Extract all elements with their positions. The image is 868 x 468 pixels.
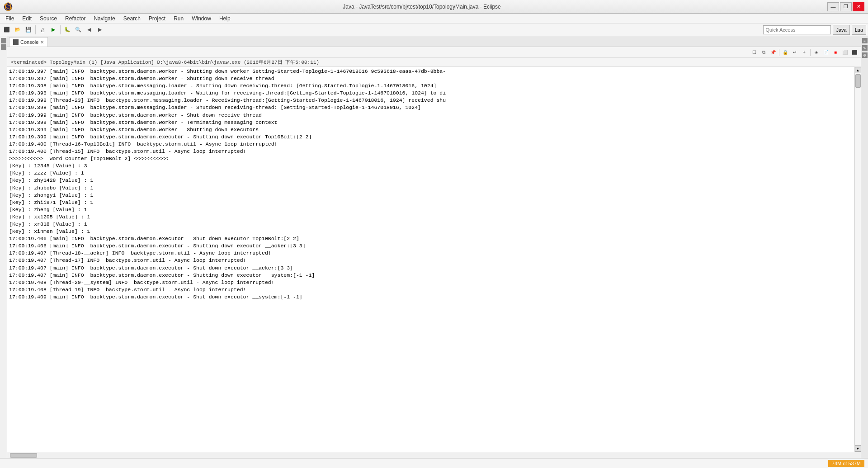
log-line: 17:00:19.407 [main] INFO backtype.storm.… <box>9 265 853 272</box>
console-minimize-btn[interactable]: ⬛ <box>850 48 859 57</box>
menu-search[interactable]: Search <box>120 14 144 23</box>
log-line: 17:00:19.406 [main] INFO backtype.storm.… <box>9 235 853 242</box>
console-status-text: <terminated> TopologyMain (1) [Java Appl… <box>11 59 319 66</box>
toolbar-save-btn[interactable]: 💾 <box>24 25 33 35</box>
console-area: Console ✕ ☐ ⧉ 📌 🔒 ↵ + ◈ 📄 ■ ⬜ ⬛ <termina… <box>7 36 861 458</box>
horizontal-scrollbar[interactable] <box>7 452 861 458</box>
minimize-button[interactable]: — <box>827 2 839 11</box>
right-sidebar: ≡ ✎ ⚙ <box>861 36 868 458</box>
console-terminate-btn[interactable]: ■ <box>831 48 840 57</box>
scroll-thumb[interactable] <box>855 74 861 88</box>
quick-access-input[interactable] <box>763 25 831 34</box>
log-line: 17:00:19.398 [main] INFO backtype.storm.… <box>9 104 853 111</box>
menu-run[interactable]: Run <box>170 14 187 23</box>
menu-refactor[interactable]: Refactor <box>61 14 89 23</box>
log-line: [Key] : zheng [Value] : 1 <box>9 206 853 213</box>
toolbar-history-btn[interactable]: ◀ <box>84 25 94 35</box>
title-bar: Java - JavaTest/src/com/bj/test/top10/To… <box>0 0 868 14</box>
log-line: [Key] : zhongyi [Value] : 1 <box>9 192 853 199</box>
menu-source[interactable]: Source <box>36 14 61 23</box>
log-line: [Key] : xinmen [Value] : 1 <box>9 228 853 235</box>
log-line: 17:00:19.400 [Thread-16-Top10Bolt] INFO … <box>9 141 853 148</box>
log-line: 17:00:19.399 [main] INFO backtype.storm.… <box>9 119 853 126</box>
console-tab-bar: Console ✕ <box>7 36 861 47</box>
quick-access-container: Java Lua <box>763 25 866 35</box>
restore-button[interactable]: ❐ <box>840 2 852 11</box>
menu-window[interactable]: Window <box>188 14 215 23</box>
close-button[interactable]: ✕ <box>853 2 864 11</box>
right-sb-icon-3[interactable]: ⚙ <box>862 52 868 58</box>
toolbar-run-btn[interactable]: ▶ <box>48 25 58 35</box>
toolbar-forward-btn[interactable]: ▶ <box>95 25 105 35</box>
log-line: 17:00:19.409 [main] INFO backtype.storm.… <box>9 293 853 301</box>
menu-help[interactable]: Help <box>216 14 234 23</box>
menu-navigate[interactable]: Navigate <box>90 14 118 23</box>
log-line: [Key] : zhubobo [Value] : 1 <box>9 184 853 192</box>
log-line: [Key] : xr818 [Value] : 1 <box>9 221 853 228</box>
scroll-up-arrow[interactable]: ▲ <box>855 67 861 73</box>
log-line: [Key] : zhy1428 [Value] : 1 <box>9 177 853 184</box>
console-toolbar: ☐ ⧉ 📌 🔒 ↵ + ◈ 📄 ■ ⬜ ⬛ <box>7 47 861 58</box>
toolbar-search-btn[interactable]: 🔍 <box>73 25 83 35</box>
log-line: 17:00:19.406 [main] INFO backtype.storm.… <box>9 242 853 250</box>
console-output[interactable]: 17:00:19.397 [main] INFO backtype.storm.… <box>7 67 854 452</box>
console-open-file-btn[interactable]: 📄 <box>821 48 830 57</box>
console-word-wrap-btn[interactable]: ↵ <box>790 48 799 57</box>
console-tab-close[interactable]: ✕ <box>40 40 44 45</box>
java-perspective-btn[interactable]: Java <box>833 25 849 35</box>
vertical-scrollbar[interactable]: ▲ ▼ <box>854 67 861 452</box>
lua-perspective-btn[interactable]: Lua <box>852 25 866 35</box>
h-scroll-thumb[interactable] <box>10 453 37 458</box>
console-clear-btn[interactable]: ☐ <box>750 48 759 57</box>
log-line: 17:00:19.398 [main] INFO backtype.storm.… <box>9 90 853 97</box>
console-maximize-btn[interactable]: ⬜ <box>840 48 849 57</box>
menu-edit[interactable]: Edit <box>19 14 35 23</box>
main-area: Console ✕ ☐ ⧉ 📌 🔒 ↵ + ◈ 📄 ■ ⬜ ⬛ <termina… <box>0 36 868 458</box>
status-bar: 74M of 537M <box>0 458 868 468</box>
menu-project[interactable]: Project <box>145 14 169 23</box>
eclipse-logo-icon <box>4 2 13 11</box>
log-line: 17:00:19.407 [Thread-17] INFO backtype.s… <box>9 257 853 264</box>
log-line: 17:00:19.408 [Thread-19] INFO backtype.s… <box>9 286 853 293</box>
toolbar-print-btn[interactable]: 🖨 <box>38 25 47 35</box>
window-controls: — ❐ ✕ <box>827 2 864 11</box>
log-line: [Key] : xx1205 [Value] : 1 <box>9 213 853 221</box>
left-gutter <box>0 36 7 458</box>
menu-bar: File Edit Source Refactor Navigate Searc… <box>0 14 868 24</box>
gutter-icon-2 <box>1 44 6 50</box>
right-sb-icon-2[interactable]: ✎ <box>862 45 868 51</box>
console-pin-btn[interactable]: 📌 <box>769 48 778 57</box>
log-line: 17:00:19.399 [main] INFO backtype.storm.… <box>9 126 853 133</box>
console-toolbar-sep <box>779 49 779 56</box>
log-line: 17:00:19.400 [Thread-15] INFO backtype.s… <box>9 148 853 155</box>
memory-indicator[interactable]: 74M of 537M <box>828 460 864 467</box>
right-sb-icon-1[interactable]: ≡ <box>862 38 868 43</box>
log-line: 17:00:19.397 [main] INFO backtype.storm.… <box>9 68 853 75</box>
log-line: 17:00:19.398 [main] INFO backtype.storm.… <box>9 82 853 90</box>
console-status-line: <terminated> TopologyMain (1) [Java Appl… <box>7 58 861 67</box>
toolbar-open-btn[interactable]: 📂 <box>13 25 23 35</box>
log-line: [Key] : zzzz [Value] : 1 <box>9 170 853 177</box>
console-tab-icon <box>13 39 19 45</box>
log-line: 17:00:19.399 [main] INFO backtype.storm.… <box>9 112 853 119</box>
log-line: 17:00:19.398 [Thread-23] INFO backtype.s… <box>9 97 853 104</box>
toolbar-sep-2 <box>60 25 61 34</box>
console-display-selected-btn[interactable]: ◈ <box>812 48 821 57</box>
log-line: >>>>>>>>>>> Word Counter [Top10Bolt-2] <… <box>9 155 853 162</box>
console-tab[interactable]: Console ✕ <box>9 37 48 47</box>
log-line: 17:00:19.399 [main] INFO backtype.storm.… <box>9 133 853 141</box>
scroll-track[interactable] <box>855 73 861 445</box>
toolbar-sep-1 <box>35 25 36 34</box>
window-title: Java - JavaTest/src/com/bj/test/top10/To… <box>16 4 827 10</box>
toolbar-new-btn[interactable]: ⬛ <box>2 25 12 35</box>
toolbar: ⬛ 📂 💾 🖨 ▶ 🐛 🔍 ◀ ▶ Java Lua <box>0 24 868 36</box>
log-line: [Key] : 12345 [Value] : 3 <box>9 162 853 170</box>
menu-file[interactable]: File <box>2 14 18 23</box>
console-new-console-btn[interactable]: + <box>800 48 809 57</box>
scroll-down-arrow[interactable]: ▼ <box>855 445 861 452</box>
console-scroll-lock-btn[interactable]: 🔒 <box>781 48 790 57</box>
log-line: [Key] : zhii971 [Value] : 1 <box>9 199 853 206</box>
console-copy-btn[interactable]: ⧉ <box>759 48 768 57</box>
toolbar-debug-btn[interactable]: 🐛 <box>62 25 72 35</box>
gutter-icon-1 <box>1 38 6 43</box>
